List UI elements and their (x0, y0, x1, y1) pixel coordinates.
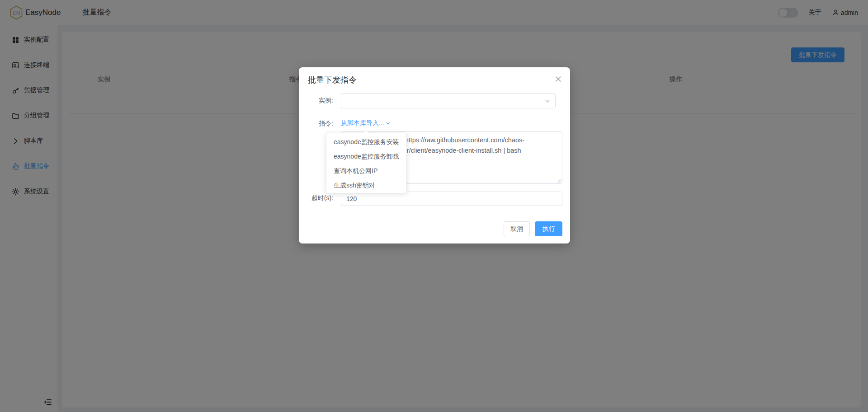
app-root: EN EasyNode 批量指令 关于 (0, 0, 868, 412)
instance-select[interactable] (341, 93, 556, 108)
timeout-label: 超时(s): (299, 194, 333, 202)
close-icon[interactable] (555, 75, 562, 83)
dialog-title: 批量下发指令 (308, 75, 357, 85)
import-link-label: 从脚本库导入... (341, 119, 384, 127)
chevron-down-icon (545, 98, 550, 104)
timeout-input[interactable]: 120 (341, 192, 562, 206)
execute-button[interactable]: 执行 (535, 221, 562, 236)
cancel-button[interactable]: 取消 (504, 221, 530, 236)
instance-label: 实例: (299, 97, 333, 105)
resize-grip-icon[interactable] (557, 178, 561, 183)
chevron-down-icon (386, 121, 391, 126)
dropdown-item-monitor-install[interactable]: easynode监控服务安装 (326, 135, 406, 149)
dropdown-item-monitor-uninstall[interactable]: easynode监控服务卸载 (326, 149, 406, 164)
dropdown-item-query-public-ip[interactable]: 查询本机公网IP (326, 164, 406, 178)
import-from-script-library-link[interactable]: 从脚本库导入... (341, 119, 391, 127)
timeout-value: 120 (346, 195, 357, 202)
dropdown-item-generate-ssh-keypair[interactable]: 生成ssh密钥对 (326, 178, 406, 192)
command-label: 指令: (299, 120, 333, 128)
script-library-dropdown: easynode监控服务安装 easynode监控服务卸载 查询本机公网IP 生… (326, 133, 407, 193)
